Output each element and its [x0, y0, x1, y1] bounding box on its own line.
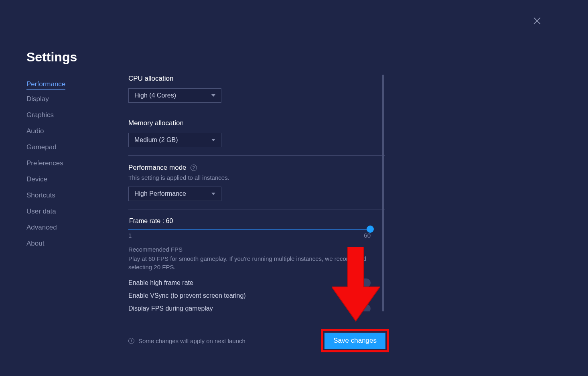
- sidebar-item-audio[interactable]: Audio: [26, 124, 95, 138]
- performance-mode-section: Performance mode ? This setting is appli…: [128, 164, 385, 209]
- footer: i Some changes will apply on next launch…: [128, 329, 389, 352]
- info-icon: i: [128, 338, 134, 344]
- frame-rate-label: Frame rate : 60: [129, 217, 385, 225]
- enable-high-fps-label: Enable high frame rate: [128, 279, 193, 287]
- display-fps-toggle[interactable]: [355, 304, 371, 311]
- save-button-highlight: Save changes: [321, 329, 389, 352]
- performance-mode-label: Performance mode ?: [128, 164, 385, 172]
- footer-info: i Some changes will apply on next launch: [128, 337, 245, 344]
- sidebar-item-graphics[interactable]: Graphics: [26, 108, 95, 122]
- enable-high-fps-toggle[interactable]: [355, 278, 371, 287]
- sidebar-item-display[interactable]: Display: [26, 92, 95, 106]
- page-title: Settings: [26, 50, 77, 65]
- frame-rate-max: 60: [364, 232, 371, 239]
- recommended-fps-title: Recommended FPS: [128, 246, 385, 253]
- frame-rate-section: Frame rate : 60 1 60 Recommended FPS Pla…: [128, 217, 385, 311]
- sidebar-item-preferences[interactable]: Preferences: [26, 156, 95, 171]
- performance-mode-value: High Performance: [134, 190, 186, 197]
- recommended-fps-text: Play at 60 FPS for smooth gameplay. If y…: [128, 254, 385, 271]
- sidebar-item-gamepad[interactable]: Gamepad: [26, 140, 95, 154]
- cpu-allocation-value: High (4 Cores): [134, 92, 176, 99]
- performance-mode-select[interactable]: High Performance: [128, 187, 221, 201]
- enable-high-fps-row: Enable high frame rate: [128, 278, 371, 287]
- content-area: CPU allocation High (4 Cores) Memory all…: [128, 75, 385, 311]
- sidebar-item-advanced[interactable]: Advanced: [26, 220, 95, 235]
- close-icon: [532, 16, 542, 26]
- chevron-down-icon: [211, 193, 215, 195]
- memory-allocation-value: Medium (2 GB): [134, 136, 178, 144]
- display-fps-row: Display FPS during gameplay: [128, 304, 371, 311]
- memory-allocation-select[interactable]: Medium (2 GB): [128, 133, 221, 147]
- sidebar-item-performance[interactable]: Performance: [26, 77, 65, 90]
- frame-rate-slider[interactable]: [128, 229, 371, 230]
- display-fps-label: Display FPS during gameplay: [128, 305, 213, 311]
- frame-rate-range: 1 60: [128, 232, 371, 239]
- cpu-allocation-section: CPU allocation High (4 Cores): [128, 75, 385, 111]
- sidebar-item-device[interactable]: Device: [26, 172, 95, 187]
- performance-mode-sublabel: This setting is applied to all instances…: [128, 174, 385, 181]
- memory-allocation-label: Memory allocation: [128, 119, 385, 127]
- settings-sidebar: Performance Display Graphics Audio Gamep…: [26, 77, 95, 252]
- sidebar-item-shortcuts[interactable]: Shortcuts: [26, 188, 95, 203]
- toggle-knob: [356, 305, 362, 311]
- memory-allocation-section: Memory allocation Medium (2 GB): [128, 119, 385, 156]
- save-changes-button[interactable]: Save changes: [324, 333, 385, 349]
- frame-rate-min: 1: [128, 232, 132, 239]
- cpu-allocation-label: CPU allocation: [128, 75, 385, 83]
- help-icon[interactable]: ?: [191, 165, 197, 171]
- scrollbar[interactable]: [382, 75, 384, 311]
- enable-vsync-row: Enable VSync (to prevent screen tearing): [128, 292, 371, 299]
- sidebar-item-about[interactable]: About: [26, 236, 95, 251]
- cpu-allocation-select[interactable]: High (4 Cores): [128, 88, 221, 103]
- chevron-down-icon: [211, 139, 215, 141]
- close-button[interactable]: [532, 16, 542, 26]
- toggle-knob: [356, 280, 362, 286]
- enable-vsync-label: Enable VSync (to prevent screen tearing): [128, 292, 246, 299]
- frame-rate-slider-thumb[interactable]: [367, 226, 374, 233]
- footer-info-text: Some changes will apply on next launch: [138, 337, 245, 344]
- sidebar-item-user-data[interactable]: User data: [26, 204, 95, 219]
- chevron-down-icon: [211, 94, 215, 97]
